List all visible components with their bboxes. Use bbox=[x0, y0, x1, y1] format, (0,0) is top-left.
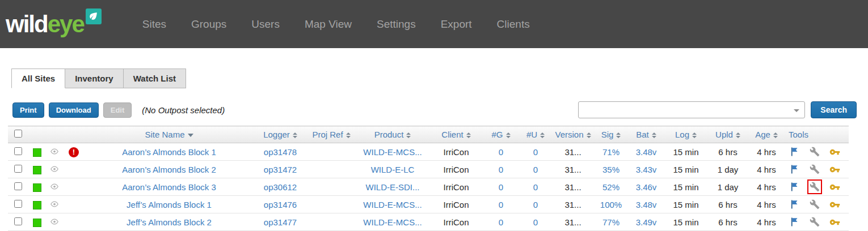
flag-icon[interactable] bbox=[789, 198, 801, 211]
site-name-link[interactable]: Aaron’s Almonds Block 2 bbox=[122, 165, 216, 174]
key-icon[interactable] bbox=[828, 163, 841, 176]
key-icon[interactable] bbox=[828, 146, 841, 158]
bat-link[interactable]: 3.49v bbox=[636, 217, 657, 227]
site-name-link[interactable]: Jeff’s Almonds Block 1 bbox=[127, 200, 212, 209]
leaf-icon bbox=[86, 8, 102, 24]
column-header-age[interactable]: Age bbox=[748, 126, 785, 143]
u-count-link[interactable]: 0 bbox=[533, 200, 538, 209]
wrench-icon[interactable] bbox=[808, 181, 821, 193]
flag-icon[interactable] bbox=[789, 163, 801, 176]
bat-link[interactable]: 3.48v bbox=[636, 147, 657, 157]
bat-link[interactable]: 3.48v bbox=[636, 200, 657, 209]
logger-link[interactable]: op30612 bbox=[264, 182, 297, 192]
nav-item-groups[interactable]: Groups bbox=[191, 18, 226, 31]
nav-item-sites[interactable]: Sites bbox=[142, 18, 166, 31]
eye-icon[interactable] bbox=[49, 217, 60, 228]
print-button[interactable]: Print bbox=[12, 102, 44, 118]
product-link[interactable]: WILD-E-MCS... bbox=[363, 200, 422, 209]
nav-item-export[interactable]: Export bbox=[441, 18, 472, 31]
column-header-log[interactable]: Log bbox=[664, 126, 708, 143]
eye-icon[interactable] bbox=[49, 182, 60, 192]
product-link[interactable]: WILD-E-MCS... bbox=[363, 147, 422, 157]
column-header-proj-ref[interactable]: Proj Ref bbox=[306, 126, 356, 143]
row-checkbox[interactable] bbox=[14, 200, 22, 208]
eye-icon[interactable] bbox=[49, 200, 60, 210]
status-indicator bbox=[33, 183, 41, 192]
sig-link[interactable]: 71% bbox=[602, 147, 620, 157]
u-count-link[interactable]: 0 bbox=[533, 217, 538, 227]
product-link[interactable]: WILD-E-LC bbox=[371, 165, 415, 174]
key-icon[interactable] bbox=[828, 216, 841, 228]
wrench-icon[interactable] bbox=[808, 146, 821, 158]
key-icon[interactable] bbox=[828, 181, 841, 193]
edit-button[interactable]: Edit bbox=[103, 102, 132, 118]
column-header-logger[interactable]: Logger bbox=[254, 126, 306, 143]
search-button[interactable]: Search bbox=[811, 101, 857, 118]
row-checkbox[interactable] bbox=[14, 217, 22, 225]
product-link[interactable]: WILD-E-SDI... bbox=[365, 182, 419, 192]
u-count-link[interactable]: 0 bbox=[533, 147, 538, 157]
g-count-link[interactable]: 0 bbox=[499, 147, 503, 157]
tab-all-sites[interactable]: All Sites bbox=[11, 69, 65, 88]
column-header-product[interactable]: Product bbox=[356, 126, 429, 143]
site-name-link[interactable]: Aaron’s Almonds Block 1 bbox=[122, 147, 216, 157]
logger-link[interactable]: op31472 bbox=[264, 165, 297, 174]
outpost-combobox[interactable] bbox=[578, 101, 805, 118]
sort-icon bbox=[506, 132, 511, 138]
sig-link[interactable]: 52% bbox=[602, 182, 620, 192]
sig-link[interactable]: 35% bbox=[602, 165, 620, 174]
u-count-link[interactable]: 0 bbox=[533, 182, 538, 192]
logo[interactable]: wildeye bbox=[6, 7, 102, 41]
column-header-g[interactable]: #G bbox=[483, 126, 519, 143]
bat-link[interactable]: 3.46v bbox=[636, 182, 657, 192]
key-icon[interactable] bbox=[828, 198, 841, 211]
column-header-site-name[interactable]: Site Name bbox=[84, 126, 254, 143]
u-count-link[interactable]: 0 bbox=[533, 165, 538, 174]
eye-icon[interactable] bbox=[49, 147, 60, 157]
column-header-upld[interactable]: Upld bbox=[708, 126, 748, 143]
column-header-version[interactable]: Version bbox=[553, 126, 593, 143]
g-count-link[interactable]: 0 bbox=[499, 217, 503, 227]
sig-link[interactable]: 100% bbox=[600, 200, 622, 209]
product-link[interactable]: WILD-E-MCS... bbox=[363, 217, 422, 227]
tab-watch-list[interactable]: Watch List bbox=[124, 69, 186, 88]
wrench-icon[interactable] bbox=[808, 163, 821, 176]
nav-item-clients[interactable]: Clients bbox=[497, 18, 530, 31]
flag-icon[interactable] bbox=[789, 181, 801, 193]
sort-icon bbox=[652, 132, 656, 138]
site-name-link[interactable]: Jeff’s Almonds Block 2 bbox=[127, 217, 212, 227]
nav-item-users[interactable]: Users bbox=[251, 18, 280, 31]
logger-link[interactable]: op31476 bbox=[264, 200, 297, 209]
row-checkbox[interactable] bbox=[14, 165, 22, 173]
log-interval-value: 15 min bbox=[673, 200, 698, 209]
column-header-sig[interactable]: Sig bbox=[593, 126, 629, 143]
row-checkbox[interactable] bbox=[14, 147, 22, 155]
client-value: IrriCon bbox=[443, 217, 469, 227]
site-name-link[interactable]: Aaron’s Almonds Block 3 bbox=[122, 182, 216, 192]
bat-link[interactable]: 3.43v bbox=[636, 165, 657, 174]
nav-item-map-view[interactable]: Map View bbox=[305, 18, 352, 31]
logger-link[interactable]: op31477 bbox=[264, 217, 297, 227]
wrench-icon[interactable] bbox=[808, 198, 821, 211]
select-all-checkbox[interactable] bbox=[14, 130, 22, 138]
client-value: IrriCon bbox=[443, 165, 469, 174]
tab-inventory[interactable]: Inventory bbox=[65, 69, 124, 88]
g-count-link[interactable]: 0 bbox=[499, 182, 503, 192]
row-checkbox[interactable] bbox=[14, 182, 22, 190]
column-header-bat[interactable]: Bat bbox=[629, 126, 664, 143]
eye-icon[interactable] bbox=[49, 165, 60, 175]
column-header-u[interactable]: #U bbox=[519, 126, 553, 143]
sig-link[interactable]: 77% bbox=[602, 217, 620, 227]
sort-icon bbox=[773, 132, 778, 138]
no-outpost-note: (No Outpost selected) bbox=[142, 105, 225, 115]
logo-wild-text: wild bbox=[6, 11, 48, 37]
logger-link[interactable]: op31478 bbox=[264, 147, 297, 157]
wrench-icon[interactable] bbox=[808, 216, 821, 228]
flag-icon[interactable] bbox=[789, 216, 801, 228]
nav-item-settings[interactable]: Settings bbox=[377, 18, 416, 31]
flag-icon[interactable] bbox=[789, 146, 801, 158]
g-count-link[interactable]: 0 bbox=[499, 165, 503, 174]
g-count-link[interactable]: 0 bbox=[499, 200, 503, 209]
column-header-client[interactable]: Client bbox=[429, 126, 483, 143]
download-button[interactable]: Download bbox=[49, 102, 99, 118]
